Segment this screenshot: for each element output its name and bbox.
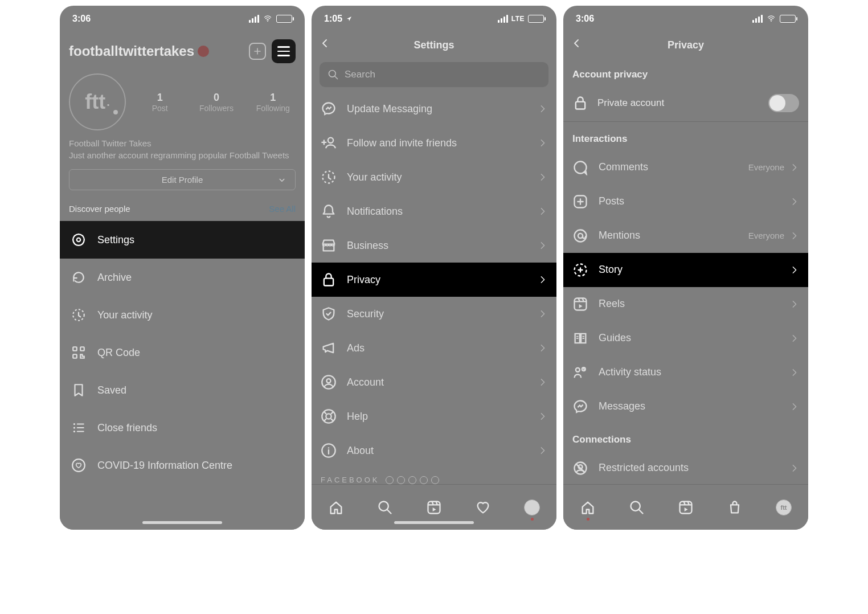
- settings-item-notifications[interactable]: Notifications: [312, 194, 556, 228]
- privacy-item-mentions[interactable]: Mentions Everyone: [563, 219, 808, 253]
- back-button[interactable]: [571, 38, 582, 48]
- tab-search[interactable]: [371, 493, 399, 522]
- home-indicator[interactable]: [394, 521, 474, 524]
- see-all-link[interactable]: See All: [269, 204, 296, 214]
- hamburger-menu-button[interactable]: [272, 39, 296, 63]
- chevron-right-icon: [790, 300, 799, 309]
- home-indicator[interactable]: [142, 521, 222, 524]
- profile-avatar[interactable]: ftt .: [69, 73, 126, 130]
- phone-profile-screen: 3:06 footballtwittertakes ftt .: [60, 6, 305, 530]
- back-button[interactable]: [320, 38, 330, 48]
- settings-item-privacy[interactable]: Privacy: [312, 263, 556, 297]
- edit-profile-button[interactable]: Edit Profile: [69, 169, 296, 190]
- tab-shop[interactable]: [720, 493, 749, 522]
- tab-home[interactable]: [322, 493, 350, 522]
- private-account-toggle[interactable]: [768, 94, 799, 112]
- menu-item-qr-code[interactable]: QR Code: [60, 334, 305, 371]
- settings-item-ads[interactable]: Ads: [312, 331, 556, 365]
- settings-item-activity[interactable]: Your activity: [312, 160, 556, 194]
- tab-home[interactable]: [574, 493, 602, 522]
- tab-search[interactable]: [623, 493, 651, 522]
- tab-reels[interactable]: [672, 493, 700, 522]
- info-icon: [321, 443, 337, 459]
- bell-icon: [321, 203, 337, 219]
- tab-profile[interactable]: [518, 493, 546, 522]
- settings-item-business[interactable]: Business: [312, 228, 556, 263]
- facebook-label: FACEBOOK: [321, 476, 380, 484]
- tab-reels[interactable]: [420, 493, 448, 522]
- create-post-button[interactable]: [249, 43, 266, 60]
- privacy-item-restricted[interactable]: Restricted accounts: [563, 451, 808, 485]
- at-sign-icon: [572, 228, 588, 244]
- notification-dot-icon: [531, 518, 534, 521]
- menu-item-settings[interactable]: Settings: [60, 221, 305, 259]
- chevron-right-icon: [538, 138, 547, 148]
- network-label: LTE: [511, 15, 525, 23]
- settings-item-account[interactable]: Account: [312, 365, 556, 399]
- heart-icon: [475, 500, 491, 515]
- followers-stat[interactable]: 0 Followers: [194, 92, 239, 113]
- privacy-item-reels[interactable]: Reels: [563, 287, 808, 321]
- chevron-down-icon: [277, 175, 287, 185]
- notification-badge-icon: [198, 46, 209, 57]
- settings-item-help[interactable]: Help: [312, 399, 556, 433]
- account-circle-icon: [321, 374, 337, 390]
- menu-item-covid[interactable]: COVID-19 Information Centre: [60, 447, 305, 484]
- privacy-item-activity-status[interactable]: Activity status: [563, 355, 808, 390]
- lock-icon: [572, 95, 588, 111]
- cellular-signal-icon: [498, 15, 508, 23]
- menu-item-saved[interactable]: Saved: [60, 371, 305, 409]
- settings-item-follow-invite[interactable]: Follow and invite friends: [312, 126, 556, 160]
- tab-bar: ftt: [563, 484, 808, 530]
- phone-settings-screen: 1:05 LTE Settings Search Update Messagin…: [312, 6, 556, 530]
- privacy-item-posts[interactable]: Posts: [563, 185, 808, 219]
- profile-avatar-icon: [524, 500, 540, 515]
- chevron-right-icon: [538, 378, 547, 387]
- following-stat[interactable]: 1 Following: [251, 92, 296, 113]
- privacy-item-comments[interactable]: Comments Everyone: [563, 150, 808, 185]
- menu-item-close-friends[interactable]: Close friends: [60, 409, 305, 447]
- privacy-item-story[interactable]: Story: [563, 253, 808, 287]
- chevron-right-icon: [790, 231, 799, 240]
- settings-item-security[interactable]: Security: [312, 297, 556, 331]
- chevron-right-icon: [538, 309, 547, 318]
- cellular-signal-icon: [249, 15, 259, 23]
- privacy-item-guides[interactable]: Guides: [563, 321, 808, 355]
- comment-bubble-icon: [572, 159, 588, 175]
- chevron-right-icon: [538, 104, 547, 113]
- status-bar: 3:06: [563, 6, 808, 31]
- chevron-right-icon: [538, 241, 547, 250]
- tab-activity[interactable]: [469, 493, 497, 522]
- bookmark-icon: [71, 383, 86, 398]
- status-bar: 3:06: [60, 6, 305, 31]
- posts-stat[interactable]: 1 Post: [137, 92, 182, 113]
- search-input[interactable]: Search: [320, 62, 548, 87]
- settings-gear-icon: [71, 232, 86, 247]
- chevron-right-icon: [790, 265, 799, 275]
- settings-item-about[interactable]: About: [312, 433, 556, 468]
- lock-icon: [321, 272, 337, 288]
- messenger-icon: [572, 399, 588, 415]
- activity-clock-icon: [321, 169, 337, 185]
- activity-clock-icon: [71, 308, 86, 322]
- tab-profile[interactable]: ftt: [769, 493, 798, 522]
- notification-dot-icon: [587, 518, 589, 521]
- menu-item-activity[interactable]: Your activity: [60, 296, 305, 334]
- privacy-item-messages[interactable]: Messages: [563, 390, 808, 424]
- chevron-right-icon: [538, 207, 547, 216]
- follow-invite-icon: [321, 135, 337, 151]
- section-interactions: Interactions: [563, 123, 808, 150]
- settings-item-messaging[interactable]: Update Messaging: [312, 92, 556, 126]
- menu-item-archive[interactable]: Archive: [60, 259, 305, 296]
- status-time: 1:05: [324, 14, 342, 24]
- restricted-icon: [572, 460, 588, 476]
- username-dropdown[interactable]: footballtwittertakes: [69, 43, 209, 59]
- search-placeholder: Search: [345, 69, 375, 80]
- private-account-label: Private account: [597, 97, 664, 109]
- status-time: 3:06: [576, 14, 594, 24]
- section-account-privacy: Account privacy: [563, 59, 808, 86]
- messenger-icon: [321, 101, 337, 117]
- wifi-icon: [263, 15, 273, 23]
- wifi-icon: [766, 15, 776, 23]
- search-icon: [327, 69, 339, 80]
